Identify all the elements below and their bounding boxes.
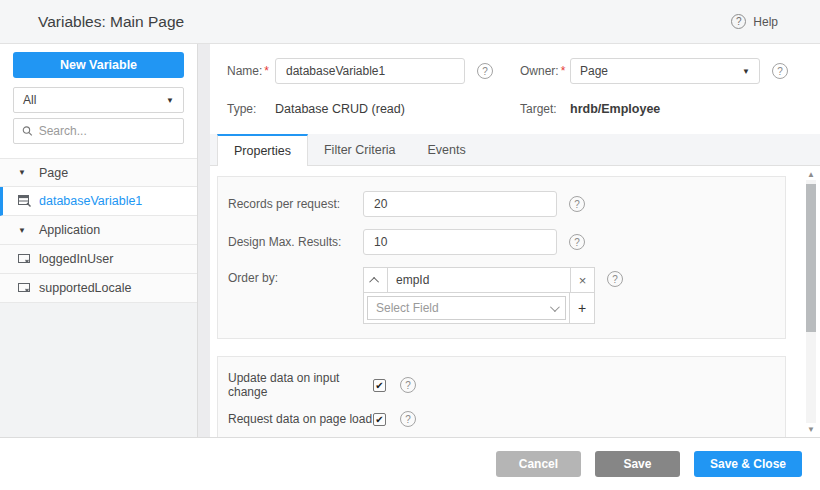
help-icon: ? [731,14,746,29]
records-per-request-label: Records per request: [228,197,363,211]
sidebar-controls: New Variable All ▼ [0,44,197,152]
caret-down-icon: ▼ [18,226,32,235]
tree-group-application[interactable]: ▼ Application [0,216,197,245]
tree-item-label: loggedInUser [39,252,113,266]
cancel-button[interactable]: Cancel [496,451,581,477]
save-button[interactable]: Save [595,451,680,477]
chevron-up-icon [369,276,379,286]
variables-dialog: Variables: Main Page ? Help New Variable… [0,0,820,490]
new-variable-button[interactable]: New Variable [13,52,184,78]
select-field-placeholder: Select Field [376,301,439,315]
tree-item-loggedinuser[interactable]: loggedInUser [0,245,197,274]
name-label: Name:* [227,64,275,78]
design-max-results-input[interactable] [363,229,557,255]
order-by-entry: empId × [364,268,594,292]
update-data-checkbox-label: Update data on input change [228,371,373,399]
request-data-help-icon[interactable]: ? [400,411,416,427]
update-data-on-input-change-row: Update data on input change ✔ ? [228,371,785,399]
design-max-help-icon[interactable]: ? [569,234,585,250]
scroll-down-arrow-icon[interactable]: ▼ [807,423,815,435]
static-variable-icon [18,253,32,265]
tree-group-label: Page [39,166,68,180]
static-variable-icon [18,282,32,294]
type-label: Type: [227,102,275,116]
tree-group-label: Application [39,223,100,237]
title-bar: Variables: Main Page ? Help [0,0,820,44]
variables-sidebar: New Variable All ▼ ▼ Page [0,44,198,437]
variable-header-form: Name:* ? Owner:* Page ▼ ? Type: Database… [210,44,820,134]
variable-detail-pane: Name:* ? Owner:* Page ▼ ? Type: Database… [210,44,820,437]
search-input[interactable] [39,124,175,138]
caret-down-icon: ▼ [166,96,174,105]
scroll-up-arrow-icon[interactable]: ▲ [807,168,815,180]
update-data-checkbox[interactable]: ✔ [373,379,386,392]
database-variable-icon [18,195,32,207]
content-scrollbar[interactable]: ▲ ▼ [804,168,818,435]
search-box[interactable] [13,118,184,144]
remove-order-field-button[interactable]: × [570,268,594,292]
filter-selected-value: All [23,93,36,107]
tree-item-label: databaseVariable1 [39,194,142,208]
properties-tab-content: Records per request: ? Design Max. Resul… [210,166,820,437]
order-by-row: Order by: empId × Select Field [228,267,785,324]
records-per-request-input[interactable] [363,191,557,217]
type-target-row: Type: Database CRUD (read) Target: hrdb/… [210,96,820,122]
owner-select[interactable]: Page ▼ [570,58,760,84]
help-link[interactable]: ? Help [731,14,778,29]
caret-down-icon: ▼ [18,168,32,177]
owner-label: Owner:* [520,64,570,78]
order-by-help-icon[interactable]: ? [607,271,623,287]
design-max-results-row: Design Max. Results: ? [228,229,785,255]
owner-selected-value: Page [580,64,608,78]
target-label: Target: [520,102,570,116]
select-field-dropdown[interactable]: Select Field [367,296,566,320]
check-icon: ✔ [375,380,383,391]
request-data-checkbox[interactable]: ✔ [373,413,386,426]
caret-down-icon: ▼ [742,67,750,76]
sidebar-gutter [198,44,210,437]
tab-properties[interactable]: Properties [217,134,308,166]
records-per-request-row: Records per request: ? [228,191,785,217]
order-by-label: Order by: [228,271,363,285]
update-data-help-icon[interactable]: ? [400,377,416,393]
name-help-icon[interactable]: ? [477,63,493,79]
variable-filter-select[interactable]: All ▼ [13,87,184,113]
variables-tree: ▼ Page databaseVariable1 ▼ [0,158,197,303]
scrollbar-track[interactable] [806,180,816,423]
required-marker: * [561,64,566,78]
tree-item-databasevariable1[interactable]: databaseVariable1 [0,187,197,216]
data-settings-panel: Records per request: ? Design Max. Resul… [217,176,786,339]
tree-item-supportedlocale[interactable]: supportedLocale [0,274,197,303]
order-by-widget: empId × Select Field + [363,267,595,324]
sidebar-empty-area [0,303,197,437]
tree-group-page[interactable]: ▼ Page [0,158,197,187]
type-value: Database CRUD (read) [275,102,405,116]
owner-help-icon[interactable]: ? [772,63,788,79]
detail-tabs: Properties Filter Criteria Events [210,134,820,166]
design-max-results-label: Design Max. Results: [228,235,363,249]
page-title: Variables: Main Page [38,13,184,31]
target-value: hrdb/Employee [570,102,660,116]
records-help-icon[interactable]: ? [569,196,585,212]
tab-events[interactable]: Events [412,134,482,165]
check-icon: ✔ [375,414,383,425]
order-by-add-row: Select Field + [364,292,594,323]
dialog-body: New Variable All ▼ ▼ Page [0,44,820,437]
sort-ascending-toggle[interactable] [364,268,388,292]
tree-item-label: supportedLocale [39,281,131,295]
tab-filter-criteria[interactable]: Filter Criteria [308,134,412,165]
behavior-panel: Update data on input change ✔ ? Request … [217,356,786,437]
help-label: Help [753,15,778,29]
request-data-checkbox-label: Request data on page load [228,412,373,426]
request-data-on-page-load-row: Request data on page load ✔ ? [228,411,785,427]
scrollbar-thumb[interactable] [806,184,816,332]
order-by-field-value: empId [388,268,570,292]
add-order-field-button[interactable]: + [570,293,594,323]
name-owner-row: Name:* ? Owner:* Page ▼ ? [210,58,820,84]
search-icon [22,125,33,137]
chevron-down-icon [550,302,560,312]
save-and-close-button[interactable]: Save & Close [694,451,802,477]
required-marker: * [264,64,269,78]
dialog-footer: Cancel Save Save & Close [0,437,820,490]
name-input[interactable] [275,58,465,84]
